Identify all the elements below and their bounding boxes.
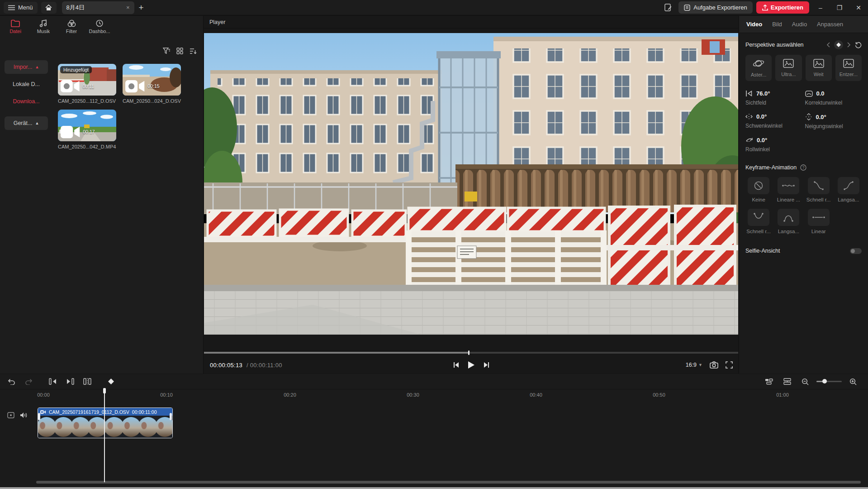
tab-filter-label: Filter	[66, 29, 77, 34]
perspective-wide-button[interactable]: Weit	[806, 55, 832, 81]
duration-text: 00:15	[147, 83, 159, 89]
player-progress-bar[interactable]	[204, 352, 738, 354]
media-thumbnail[interactable]: 00:17	[58, 110, 116, 141]
perspective-ultrawide-button[interactable]: Ultra...	[775, 55, 802, 81]
grid-view-button[interactable]	[176, 48, 183, 56]
selfie-view-row: Selfie-Ansicht	[739, 248, 868, 254]
keyframe-toggle-button[interactable]	[104, 376, 118, 388]
task-export-button[interactable]: Aufgabe Exportieren	[678, 1, 753, 14]
keyframe-none-button[interactable]: Keine	[745, 177, 772, 202]
prev-frame-button[interactable]	[453, 362, 460, 368]
zoom-slider-knob[interactable]	[822, 379, 827, 384]
nav-downloads[interactable]: Downloa...	[5, 95, 48, 108]
timeline-playhead[interactable]	[104, 388, 105, 482]
keyframe-slow-bell-button[interactable]: Langsa...	[775, 209, 802, 234]
timeline-scrollbar[interactable]	[36, 481, 861, 484]
media-card[interactable]: Hinzugefügt 00:11 CAM_20250...112_D.OSV	[58, 64, 116, 104]
add-keyframe-button[interactable]	[834, 40, 843, 49]
aspect-ratio-selector[interactable]: 16:9 ▼	[686, 362, 702, 368]
media-thumbnail[interactable]: 00:15	[123, 64, 181, 96]
field-correction-angle[interactable]: 0.0 Korrekturwinkel	[805, 90, 862, 106]
keyframe-linear-wave-button[interactable]: Lineare ...	[775, 177, 802, 202]
next-keyframe-button[interactable]	[847, 42, 851, 48]
home-button[interactable]	[41, 2, 57, 14]
tab-audio[interactable]: Audio	[792, 21, 807, 28]
media-card[interactable]: 00:15 CAM_20250...024_D.OSV	[123, 64, 181, 104]
edit-note-button[interactable]	[661, 2, 675, 14]
field-pan-angle[interactable]: 0.0° Schwenkwinkel	[745, 113, 802, 129]
reset-icon	[855, 42, 862, 48]
minimize-button[interactable]: –	[813, 1, 828, 14]
snap-icon	[765, 378, 773, 385]
track-preview-toggle[interactable]	[7, 412, 14, 420]
tab-datei[interactable]: Datei	[5, 19, 26, 34]
close-tab-icon[interactable]: ×	[126, 4, 130, 11]
media-grid-area: Hinzugefügt 00:11 CAM_20250...112_D.OSV	[52, 44, 203, 374]
track-height-button[interactable]	[780, 376, 794, 388]
progress-playhead[interactable]	[468, 350, 470, 355]
field-roll-angle[interactable]: 0.0° Rollwinkel	[745, 137, 802, 153]
close-window-button[interactable]: ✕	[851, 1, 866, 14]
trim-right-button[interactable]	[63, 376, 77, 388]
tab-musik[interactable]: Musik	[33, 19, 54, 34]
menu-button[interactable]: Menü	[4, 2, 38, 14]
timeline-ruler[interactable]: 00:00 00:10 00:20 00:30 00:40 00:50 01:0…	[0, 389, 868, 401]
linear-line-icon	[812, 215, 825, 220]
image-icon	[813, 59, 824, 68]
reset-button[interactable]	[855, 42, 862, 48]
scrollbar-thumb[interactable]	[36, 481, 861, 484]
zoom-in-button[interactable]	[846, 376, 860, 388]
tab-filter[interactable]: Filter	[61, 19, 82, 34]
snapshot-button[interactable]	[710, 361, 718, 369]
new-tab-button[interactable]: +	[139, 3, 144, 13]
keyframe-fast-dip-button[interactable]: Schnell r...	[745, 209, 772, 234]
maximize-button[interactable]: ❐	[832, 1, 847, 14]
redo-button[interactable]	[22, 376, 35, 388]
help-icon[interactable]: ?	[800, 164, 806, 171]
timeline-clip[interactable]: CAM_20250719161719_0112_D.OSV 00:00:11:0…	[38, 408, 173, 438]
perspective-asteroid-button[interactable]: Aster...	[745, 55, 772, 81]
field-fov[interactable]: 76.0° Sichtfeld	[745, 90, 802, 106]
keyframe-fast-dip-label: Schnell r...	[746, 229, 771, 234]
nav-local-files[interactable]: Lokale D...	[5, 77, 48, 91]
upload-icon	[762, 5, 768, 11]
prev-keyframe-button[interactable]	[826, 42, 830, 48]
keyframe-fast-out-button[interactable]: Schnell r...	[806, 177, 832, 202]
tab-video[interactable]: Video	[746, 21, 762, 28]
auto-snap-button[interactable]	[762, 376, 776, 388]
filter-funnel-button[interactable]	[163, 48, 170, 56]
perspective-dewarp-button[interactable]: Entzer...	[835, 55, 862, 81]
export-button[interactable]: Exportieren	[756, 1, 809, 14]
zoom-out-button[interactable]	[798, 376, 812, 388]
field-tilt-angle[interactable]: 0.0° Neigungswinkel	[805, 113, 862, 129]
track-mute-toggle[interactable]	[20, 412, 28, 420]
keyframe-slow-in-button[interactable]: Langsa...	[835, 177, 862, 202]
media-card[interactable]: 00:17 CAM_20250...042_D.MP4	[58, 110, 116, 149]
clip-filmstrip	[38, 416, 172, 438]
video-viewport[interactable]	[204, 33, 738, 335]
duration-overlay: 00:15	[125, 79, 146, 94]
timeline-zoom-slider[interactable]	[816, 381, 842, 382]
keyframe-linear-button[interactable]: Linear	[806, 209, 832, 234]
fullscreen-button[interactable]	[726, 361, 733, 369]
nav-device[interactable]: Gerät... ▲	[5, 116, 48, 130]
tab-bild[interactable]: Bild	[772, 21, 782, 28]
selfie-view-toggle[interactable]	[850, 248, 862, 254]
play-button[interactable]	[468, 361, 475, 369]
next-frame-button[interactable]	[483, 362, 489, 368]
playhead-grip[interactable]	[103, 388, 106, 393]
clip-right-handle[interactable]	[170, 413, 172, 420]
clip-left-handle[interactable]	[38, 413, 40, 420]
trim-left-button[interactable]	[46, 376, 60, 388]
tab-anpassen[interactable]: Anpassen	[817, 21, 843, 28]
undo-button[interactable]	[5, 376, 18, 388]
nav-import-label: Impor...	[14, 64, 33, 70]
sort-button[interactable]	[190, 48, 197, 56]
play-icon	[468, 361, 475, 369]
split-clip-button[interactable]	[81, 376, 94, 388]
media-thumbnail[interactable]: Hinzugefügt 00:11	[58, 64, 116, 96]
tab-dashboard[interactable]: Dashbo...	[89, 19, 110, 34]
nav-import[interactable]: Impor... ▲	[5, 60, 48, 74]
svg-text:?: ?	[802, 165, 805, 170]
project-tab[interactable]: 8月4日 ×	[62, 1, 134, 14]
